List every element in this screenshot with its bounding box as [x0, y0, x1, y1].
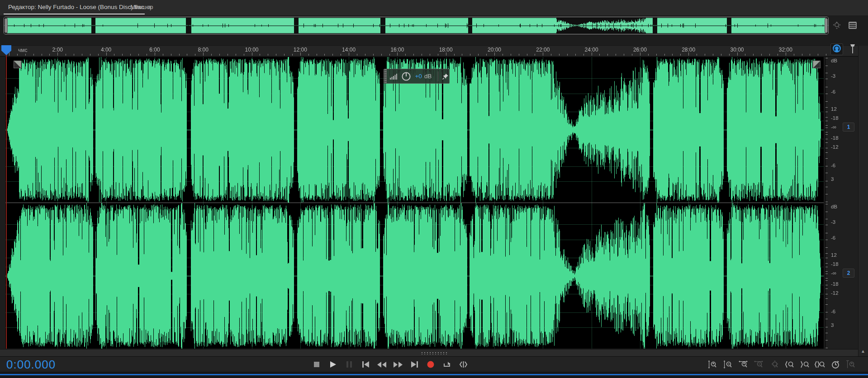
zoom-reset-button[interactable]: [767, 359, 781, 370]
ruler-tick: [187, 54, 187, 56]
ruler-tick: [422, 54, 422, 56]
zoom-out-vertical-button[interactable]: [721, 359, 735, 370]
db-tick: [825, 166, 828, 166]
zoom-amplitude-button[interactable]: [844, 359, 858, 370]
ruler-tick: [478, 54, 479, 56]
time-ruler[interactable]: чмс 2:004:006:008:0010:0012:0014:0016:00…: [0, 45, 858, 57]
ruler-tick: [430, 54, 430, 56]
ruler-tick: [49, 54, 50, 56]
amplitude-scale[interactable]: dB-3-612-18-∞-18-12-631dB-3-612-18-∞-18-…: [825, 57, 858, 349]
ruler-tick: [592, 52, 592, 56]
db-tick: [825, 285, 828, 285]
ruler-tick: [25, 54, 26, 56]
db-label: -6: [831, 309, 835, 314]
tab-mixer[interactable]: Микшер: [126, 0, 158, 14]
navigator-left-handle[interactable]: [5, 18, 8, 33]
ruler-tick: [284, 54, 285, 56]
db-label: -6: [831, 89, 835, 94]
db-tick: [825, 142, 828, 143]
marker-pin-button[interactable]: [848, 44, 858, 55]
ruler-tick: [381, 54, 382, 56]
rewind-button[interactable]: [375, 359, 389, 370]
vertical-scrollbar[interactable]: ▲: [858, 46, 868, 356]
stop-button[interactable]: [310, 359, 323, 370]
ruler-label: 26:00: [633, 47, 647, 53]
db-tick: [825, 128, 828, 128]
ruler-label: 4:00: [101, 47, 111, 53]
db-tick: [825, 107, 828, 108]
db-tick: [825, 233, 828, 233]
zoom-in-left-selection-button[interactable]: [783, 359, 796, 370]
hud-pin-icon[interactable]: [442, 73, 449, 80]
gain-value[interactable]: +0: [415, 73, 422, 80]
zoom-in-horizontal-button[interactable]: [736, 359, 750, 370]
zoom-in-right-selection-button[interactable]: [798, 359, 811, 370]
ruler-tick: [276, 54, 276, 56]
ruler-label: 30:00: [730, 47, 744, 53]
ruler-tick: [826, 54, 826, 56]
ruler-tick: [551, 54, 551, 56]
ruler-tick: [332, 54, 333, 56]
ruler-tick: [324, 54, 325, 56]
channel-badge-2[interactable]: 2: [843, 269, 854, 278]
ruler-tick: [397, 52, 398, 56]
zoom-duration-button[interactable]: [829, 359, 842, 370]
gain-hud[interactable]: +0 dB: [384, 69, 450, 84]
db-tick: [825, 278, 828, 279]
zoom-in-vertical-button[interactable]: [706, 359, 719, 370]
active-tab-underline: [4, 14, 145, 14]
db-label: dB: [831, 58, 837, 63]
ruler-tick: [195, 54, 195, 56]
navigator-right-handle[interactable]: [825, 18, 828, 33]
db-tick: [825, 288, 828, 289]
ruler-tick: [519, 54, 519, 56]
navigator-menu-icon[interactable]: [848, 21, 858, 32]
scrollbar-grip[interactable]: [421, 352, 448, 354]
skip-to-start-button[interactable]: [359, 359, 372, 370]
hud-separator: [438, 71, 438, 81]
db-tick: [825, 112, 828, 112]
gain-unit-label: dB: [424, 73, 432, 80]
ruler-tick: [349, 52, 349, 56]
zoom-navigator[interactable]: [4, 17, 829, 34]
ruler-tick: [616, 54, 616, 56]
db-tick: [825, 327, 828, 327]
skip-to-end-button[interactable]: [408, 359, 421, 370]
ruler-tick: [413, 54, 414, 56]
zoom-full-icon[interactable]: [832, 21, 841, 32]
zoom-selection-button[interactable]: [813, 359, 827, 370]
db-label: 3: [831, 322, 834, 328]
hud-grip-handle[interactable]: [384, 69, 387, 83]
gain-knob-icon[interactable]: [401, 71, 411, 81]
channel-badge-1[interactable]: 1: [843, 123, 854, 132]
horizontal-scrollbar[interactable]: [0, 349, 858, 356]
channel-divider[interactable]: [5, 203, 824, 203]
ruler-tick: [688, 52, 689, 56]
ruler-tick: [244, 54, 244, 56]
scroll-up-arrow-icon[interactable]: ▲: [861, 349, 865, 354]
ruler-tick: [794, 54, 794, 56]
db-tick: [825, 132, 828, 132]
fade-out-handle[interactable]: [813, 61, 821, 68]
time-display[interactable]: 0:00.000: [6, 358, 56, 372]
fade-in-handle[interactable]: [14, 61, 21, 68]
ruler-tick: [454, 54, 455, 56]
skip-selection-button[interactable]: [456, 359, 470, 370]
record-button[interactable]: [424, 359, 437, 370]
db-tick: [825, 258, 828, 258]
ruler-tick: [527, 54, 527, 56]
ruler-tick: [446, 52, 446, 56]
zoom-out-horizontal-button[interactable]: [752, 359, 765, 370]
db-tick: [825, 125, 828, 126]
fast-forward-button[interactable]: [391, 359, 405, 370]
loop-playback-button[interactable]: [440, 359, 454, 370]
ruler-tick: [640, 52, 640, 56]
ruler-tick: [17, 54, 18, 56]
play-button[interactable]: [326, 359, 340, 370]
pause-button[interactable]: [342, 359, 356, 370]
ruler-tick: [122, 54, 123, 56]
ruler-tick: [599, 54, 600, 56]
ruler-tick: [147, 54, 147, 56]
ruler-tick: [405, 54, 406, 56]
monitor-button[interactable]: [830, 43, 843, 55]
